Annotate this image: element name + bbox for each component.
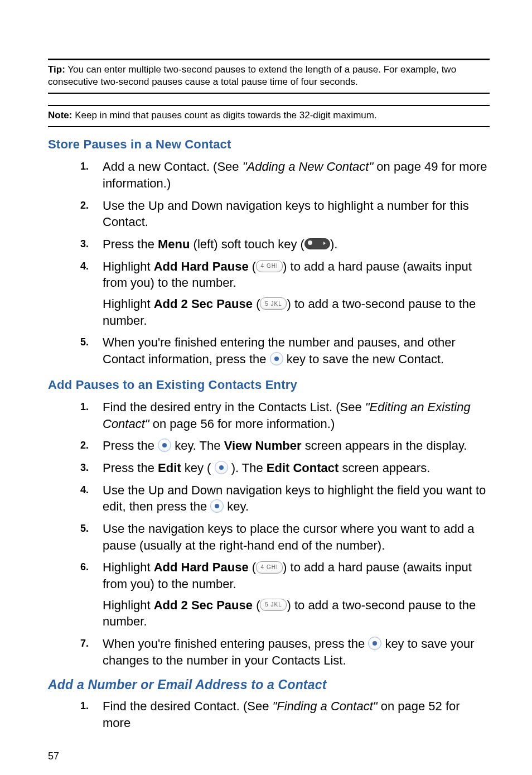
add-2sec-pause-label: Add 2 Sec Pause	[154, 598, 253, 612]
step-number: 6.	[80, 559, 103, 573]
text: (	[249, 259, 256, 273]
sub-paragraph: Highlight Add 2 Sec Pause (5 JKL) to add…	[103, 597, 490, 630]
note-text: Keep in mind that pauses count as digits…	[75, 110, 376, 121]
spacer	[48, 94, 490, 105]
step-number: 3.	[80, 236, 103, 250]
text: ). The	[228, 461, 267, 475]
step-number: 7.	[80, 636, 103, 649]
steps-list: 1. Find the desired Contact. (See "Findi…	[80, 698, 490, 731]
text: Press the	[103, 439, 158, 453]
step-number: 1.	[80, 158, 103, 172]
tip-label: Tip:	[48, 64, 65, 75]
tip-text: You can enter multiple two-second pauses…	[48, 64, 456, 87]
step-body: Press the key. The View Number screen ap…	[103, 437, 490, 454]
text: (	[253, 598, 260, 612]
text: Highlight	[103, 598, 154, 612]
text: Highlight	[103, 560, 154, 574]
text: key.	[224, 499, 249, 513]
step-number: 1.	[80, 698, 103, 712]
step-item: 1. Find the desired entry in the Contact…	[80, 399, 490, 432]
text: key. The	[171, 439, 224, 453]
text: key to save the new Contact.	[283, 352, 444, 366]
step-item: 2. Use the Up and Down navigation keys t…	[80, 198, 490, 230]
step-number: 4.	[80, 482, 103, 496]
step-body: Find the desired Contact. (See "Finding …	[103, 698, 490, 731]
step-number: 2.	[80, 198, 103, 211]
step-item: 3. Press the Menu (left) soft touch key …	[80, 236, 490, 253]
key-4-icon: 4 GHI	[256, 561, 283, 574]
tip-callout: Tip: You can enter multiple two-second p…	[48, 60, 490, 93]
step-number: 1.	[80, 399, 103, 413]
step-item: 3. Press the Edit key ( ). The Edit Cont…	[80, 460, 490, 476]
step-item: 4. Use the Up and Down navigation keys t…	[80, 482, 490, 515]
text: screen appears.	[338, 461, 430, 475]
step-item: 6. Highlight Add Hard Pause (4 GHI) to a…	[80, 559, 490, 630]
step-number: 3.	[80, 460, 103, 474]
step-item: 1. Add a new Contact. (See "Adding a New…	[80, 158, 490, 191]
step-body: Find the desired entry in the Contacts L…	[103, 399, 490, 432]
view-number-label: View Number	[224, 439, 302, 453]
step-number: 5.	[80, 334, 103, 348]
step-number: 5.	[80, 521, 103, 535]
step-body: Use the navigation keys to place the cur…	[103, 521, 490, 553]
ok-key-icon	[158, 439, 171, 452]
step-item: 5. Use the navigation keys to place the …	[80, 521, 490, 553]
text: Add a new Contact. (See	[103, 160, 243, 174]
text: on page 56 for more information.)	[149, 417, 335, 431]
reference-link: "Finding a Contact"	[273, 699, 378, 713]
text: When you're finished entering pauses, pr…	[103, 637, 368, 651]
ok-key-icon	[270, 352, 283, 365]
edit-label: Edit	[158, 461, 181, 475]
edit-contact-label: Edit Contact	[267, 461, 339, 475]
text: (left) soft touch key (	[190, 237, 304, 251]
menu-label: Menu	[158, 237, 190, 251]
add-2sec-pause-label: Add 2 Sec Pause	[154, 297, 253, 311]
step-body: When you're finished entering the number…	[103, 334, 490, 367]
text: Highlight	[103, 259, 154, 273]
step-item: 2. Press the key. The View Number screen…	[80, 437, 490, 454]
document-page: Tip: You can enter multiple two-second p…	[0, 0, 532, 775]
step-body: When you're finished entering pauses, pr…	[103, 636, 490, 668]
key-4-icon: 4 GHI	[256, 260, 283, 272]
text: screen appears in the display.	[302, 439, 467, 453]
step-body: Highlight Add Hard Pause (4 GHI) to add …	[103, 258, 490, 329]
step-body: Highlight Add Hard Pause (4 GHI) to add …	[103, 559, 490, 630]
ok-key-icon	[210, 499, 224, 513]
step-number: 2.	[80, 437, 103, 451]
note-label: Note:	[48, 110, 72, 121]
text: ).	[330, 237, 337, 251]
key-5-icon: 5 JKL	[260, 599, 287, 611]
step-body: Press the Menu (left) soft touch key ().	[103, 236, 490, 253]
steps-list: 1. Add a new Contact. (See "Adding a New…	[80, 158, 490, 368]
steps-list: 1. Find the desired entry in the Contact…	[80, 399, 490, 669]
text: Press the	[103, 461, 158, 475]
section-heading-store-pauses: Store Pauses in a New Contact	[48, 137, 490, 152]
text: (	[253, 297, 260, 311]
rule	[48, 126, 490, 127]
text: Press the	[103, 237, 158, 251]
text: Highlight	[103, 297, 154, 311]
softkey-icon	[304, 238, 330, 249]
page-number: 57	[48, 750, 490, 762]
text: key (	[181, 461, 215, 475]
step-body: Press the Edit key ( ). The Edit Contact…	[103, 460, 490, 476]
text: Find the desired entry in the Contacts L…	[103, 400, 365, 414]
ok-key-icon	[368, 637, 381, 650]
step-item: 5. When you're finished entering the num…	[80, 334, 490, 367]
step-item: 1. Find the desired Contact. (See "Findi…	[80, 698, 490, 731]
add-hard-pause-label: Add Hard Pause	[154, 259, 249, 273]
reference-link: "Adding a New Contact"	[243, 160, 374, 174]
ok-key-icon	[215, 461, 228, 474]
add-hard-pause-label: Add Hard Pause	[154, 560, 249, 574]
step-item: 7. When you're finished entering pauses,…	[80, 636, 490, 668]
step-item: 4. Highlight Add Hard Pause (4 GHI) to a…	[80, 258, 490, 329]
step-number: 4.	[80, 258, 103, 272]
sub-paragraph: Highlight Add 2 Sec Pause (5 JKL) to add…	[103, 296, 490, 329]
text: Use the Up and Down navigation keys to h…	[103, 483, 486, 514]
step-body: Add a new Contact. (See "Adding a New Co…	[103, 158, 490, 191]
note-callout: Note: Keep in mind that pauses count as …	[48, 106, 490, 126]
subsection-heading-add-number-email: Add a Number or Email Address to a Conta…	[48, 677, 490, 692]
step-body: Use the Up and Down navigation keys to h…	[103, 482, 490, 515]
text: Find the desired Contact. (See	[103, 699, 273, 713]
step-body: Use the Up and Down navigation keys to h…	[103, 198, 490, 230]
